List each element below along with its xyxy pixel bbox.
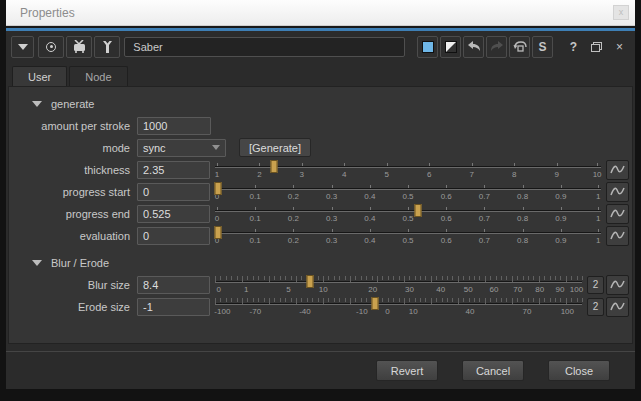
blur-size-input[interactable] bbox=[137, 276, 210, 294]
ruler-tick bbox=[404, 298, 405, 304]
blur-size-slider[interactable]: 015102030405060708090100 bbox=[215, 274, 582, 295]
slider-tick-label: 0.1 bbox=[250, 214, 261, 223]
blur-curve-button[interactable] bbox=[606, 275, 629, 295]
ruler-tick bbox=[264, 298, 265, 302]
thickness-slider[interactable]: 12345678910 bbox=[215, 159, 601, 180]
tab-user[interactable]: User bbox=[12, 66, 67, 86]
ruler-tick bbox=[458, 298, 459, 304]
evaluation-curve-button[interactable] bbox=[606, 226, 629, 246]
properties-window: Properties x bbox=[6, 0, 635, 389]
gl-color-button[interactable] bbox=[440, 36, 461, 58]
node-name-input[interactable] bbox=[124, 37, 405, 57]
slider-handle[interactable] bbox=[215, 182, 222, 195]
progress-start-row: progress start 00.10.20.30.40.50.60.70.8… bbox=[9, 181, 629, 202]
ruler-tick bbox=[479, 298, 480, 302]
help-icon: ? bbox=[570, 40, 577, 54]
progress-end-curve-button[interactable] bbox=[606, 204, 629, 224]
help-button[interactable]: ? bbox=[563, 36, 584, 58]
generate-button[interactable]: [Generate] bbox=[239, 138, 311, 157]
thickness-curve-button[interactable] bbox=[606, 160, 629, 180]
ruler-tick bbox=[506, 276, 507, 280]
slider-tick-label: -10 bbox=[356, 307, 368, 316]
undo-button[interactable] bbox=[463, 36, 484, 58]
panel-menu-button[interactable] bbox=[11, 36, 34, 58]
slider-tick-label: 0 bbox=[215, 214, 219, 223]
ruler-tick bbox=[517, 276, 518, 280]
progress-start-input[interactable] bbox=[137, 183, 210, 201]
ruler-tick bbox=[372, 276, 373, 280]
undo-icon bbox=[467, 41, 481, 52]
progress-start-slider[interactable]: 00.10.20.30.40.50.60.70.80.91 bbox=[215, 181, 601, 202]
erode-curve-button[interactable] bbox=[606, 297, 629, 317]
erode-channels-button[interactable]: 2 bbox=[587, 298, 604, 316]
slider-tick bbox=[370, 185, 371, 188]
titlebar[interactable]: Properties x bbox=[6, 0, 635, 26]
slider-tick bbox=[408, 207, 409, 210]
slider-tick-label: 1 bbox=[215, 170, 219, 179]
close-button[interactable]: Close bbox=[548, 360, 610, 381]
curve-icon bbox=[610, 164, 625, 176]
store-preset-button[interactable]: S bbox=[532, 36, 553, 58]
slider-tick bbox=[598, 185, 599, 188]
close-panel-button[interactable]: × bbox=[609, 36, 630, 58]
evaluation-input[interactable] bbox=[137, 227, 210, 245]
blur-size-row: Blur size 015102030405060708090100 2 bbox=[9, 274, 629, 295]
thickness-input[interactable] bbox=[137, 161, 210, 179]
slider-tick-label: 40 bbox=[466, 307, 475, 316]
ruler-tick bbox=[415, 276, 416, 280]
ruler-tick bbox=[496, 276, 497, 280]
slider-handle[interactable] bbox=[307, 275, 314, 288]
blur-erode-section-header[interactable]: Blur / Erode bbox=[9, 254, 629, 272]
ruler-tick bbox=[350, 276, 351, 282]
wrench-button[interactable] bbox=[94, 36, 120, 58]
slider-handle[interactable] bbox=[371, 297, 378, 310]
ruler-tick bbox=[458, 276, 459, 282]
slider-handle[interactable] bbox=[414, 204, 421, 217]
redo-button[interactable] bbox=[486, 36, 507, 58]
ruler-tick bbox=[220, 276, 221, 280]
node-color-button[interactable] bbox=[417, 36, 438, 58]
slider-tick-label: 10 bbox=[319, 285, 328, 294]
progress-end-slider[interactable]: 00.10.20.30.40.50.60.70.80.91 bbox=[215, 203, 601, 224]
titlebar-close-icon[interactable]: x bbox=[613, 5, 629, 20]
slider-tick-label: 20 bbox=[368, 285, 377, 294]
ruler-tick bbox=[533, 276, 534, 280]
slider-tick-label: 0.3 bbox=[326, 236, 337, 245]
slider-tick-label: 0 bbox=[216, 285, 220, 294]
generate-section-header[interactable]: generate bbox=[9, 95, 629, 113]
ruler-tick bbox=[242, 298, 243, 304]
mode-dropdown[interactable]: sync bbox=[137, 139, 226, 157]
slider-tick bbox=[561, 207, 562, 210]
progress-end-input[interactable] bbox=[137, 205, 210, 223]
blur-size-label: Blur size bbox=[9, 279, 137, 291]
slider-tick bbox=[523, 229, 524, 232]
slider-handle[interactable] bbox=[271, 160, 278, 173]
erode-size-input[interactable] bbox=[137, 298, 210, 316]
tab-node[interactable]: Node bbox=[69, 66, 127, 86]
monitor-button[interactable] bbox=[66, 36, 92, 58]
slider-tick-label: 5 bbox=[385, 170, 389, 179]
slider-tick bbox=[332, 229, 333, 232]
ruler-tick bbox=[318, 298, 319, 302]
ruler-tick bbox=[566, 276, 567, 282]
float-panel-button[interactable] bbox=[586, 36, 607, 58]
revert-button[interactable]: Revert bbox=[376, 360, 438, 381]
ruler-tick bbox=[318, 276, 319, 280]
ruler-tick bbox=[393, 298, 394, 302]
blur-channels-button[interactable]: 2 bbox=[587, 276, 604, 294]
evaluation-slider[interactable]: 00.10.20.30.40.50.60.70.80.91 bbox=[215, 225, 601, 246]
slider-tick bbox=[387, 163, 388, 166]
slider-tick bbox=[259, 163, 260, 166]
center-button[interactable] bbox=[38, 36, 64, 58]
erode-size-slider[interactable]: -100-70-40-100104070100 bbox=[215, 296, 582, 317]
slider-tick bbox=[408, 229, 409, 232]
progress-start-curve-button[interactable] bbox=[606, 182, 629, 202]
revert-knobs-button[interactable] bbox=[509, 36, 530, 58]
slider-tick-label: 1 bbox=[596, 192, 600, 201]
slider-tick-label: 0.4 bbox=[364, 236, 375, 245]
ruler-tick bbox=[328, 298, 329, 302]
cancel-button[interactable]: Cancel bbox=[462, 360, 524, 381]
ruler-tick bbox=[490, 298, 491, 302]
amount-per-stroke-input[interactable] bbox=[137, 117, 211, 135]
slider-handle[interactable] bbox=[215, 226, 222, 239]
